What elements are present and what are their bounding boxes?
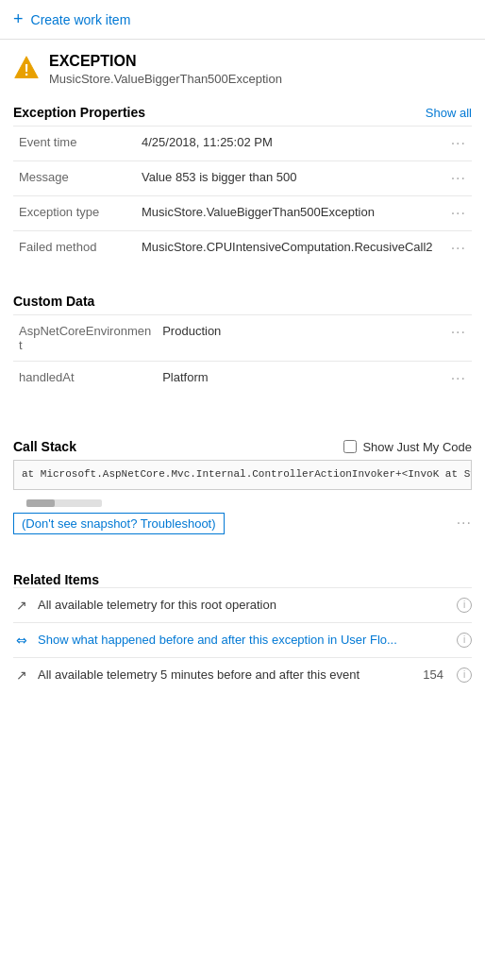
custom-data-table: AspNetCoreEnvironment Production ··· han…	[13, 314, 472, 396]
custom-data-title: Custom Data	[13, 294, 94, 309]
prop-value: MusicStore.ValueBiggerThan500Exception	[136, 196, 445, 231]
related-item[interactable]: ↗ All available telemetry for this root …	[13, 587, 472, 622]
exception-subtitle: MusicStore.ValueBiggerThan500Exception	[49, 72, 282, 86]
info-icon: i	[457, 633, 472, 648]
exception-properties-table: Event time 4/25/2018, 11:25:02 PM ··· Me…	[13, 126, 472, 265]
related-item-text: All available telemetry for this root op…	[38, 598, 449, 612]
show-just-my-code-toggle[interactable]: Show Just My Code	[343, 440, 472, 454]
prop-value: Production	[157, 315, 444, 362]
related-items-section: Related Items ↗ All available telemetry …	[0, 559, 485, 692]
show-all-link[interactable]: Show all	[426, 106, 472, 120]
exception-header: ! EXCEPTION MusicStore.ValueBiggerThan50…	[0, 40, 485, 95]
call-stack-section: Call Stack Show Just My Code at Microsof…	[0, 430, 485, 509]
info-icon: i	[457, 667, 472, 683]
related-item[interactable]: ↗ All available telemetry 5 minutes befo…	[13, 657, 472, 692]
scrollbar-hint	[13, 498, 472, 509]
show-just-my-code-label: Show Just My Code	[362, 440, 472, 454]
exception-title: EXCEPTION	[49, 53, 282, 70]
show-just-my-code-checkbox[interactable]	[343, 440, 357, 453]
call-stack-box[interactable]: at Microsoft.AspNetCore.Mvc.Internal.Con…	[13, 460, 472, 490]
prop-menu-button[interactable]: ···	[445, 196, 472, 231]
exception-info: EXCEPTION MusicStore.ValueBiggerThan500E…	[49, 53, 282, 86]
table-row: Message Value 853 is bigger than 500 ···	[13, 161, 472, 196]
svg-text:!: !	[24, 62, 28, 78]
prop-menu-button[interactable]: ···	[445, 315, 472, 362]
call-stack-header: Call Stack Show Just My Code	[13, 439, 472, 454]
related-item-text: All available telemetry 5 minutes before…	[38, 667, 415, 682]
related-item-icon: ↗	[13, 598, 30, 613]
prop-menu-button[interactable]: ···	[445, 161, 472, 196]
troubleshoot-row: (Don't see snapshot? Troubleshoot) ···	[0, 509, 485, 544]
related-item-count: 154	[423, 667, 443, 682]
prop-value: Platform	[157, 362, 444, 397]
custom-data-section: Custom Data AspNetCoreEnvironment Produc…	[0, 284, 485, 396]
call-stack-title: Call Stack	[13, 439, 76, 454]
prop-name: Exception type	[13, 196, 136, 231]
prop-value: Value 853 is bigger than 500	[136, 161, 445, 196]
prop-menu-button[interactable]: ···	[445, 127, 472, 161]
related-item-icon: ⇔	[13, 633, 30, 648]
info-icon: i	[457, 598, 472, 613]
troubleshoot-link[interactable]: (Don't see snapshot? Troubleshoot)	[13, 513, 225, 534]
prop-name: Failed method	[13, 231, 136, 266]
related-items-title: Related Items	[13, 572, 99, 587]
prop-menu-button[interactable]: ···	[445, 231, 472, 266]
scroll-track	[26, 499, 102, 507]
table-row: Exception type MusicStore.ValueBiggerTha…	[13, 196, 472, 231]
create-work-item-button[interactable]: Create work item	[31, 12, 131, 27]
prop-name: handledAt	[13, 362, 157, 397]
top-bar: + Create work item	[0, 0, 485, 40]
prop-value: MusicStore.CPUIntensiveComputation.Recus…	[136, 231, 445, 266]
exception-properties-section: Exception Properties Show all Event time…	[0, 95, 485, 265]
table-row: handledAt Platform ···	[13, 362, 472, 397]
prop-name: Event time	[13, 127, 136, 161]
plus-icon: +	[13, 9, 24, 29]
scroll-thumb	[26, 499, 55, 507]
table-row: Event time 4/25/2018, 11:25:02 PM ···	[13, 127, 472, 161]
warning-icon: !	[13, 55, 40, 81]
exception-properties-title: Exception Properties	[13, 105, 145, 120]
troubleshoot-menu[interactable]: ···	[449, 515, 472, 532]
prop-name: AspNetCoreEnvironment	[13, 315, 157, 362]
related-item-icon: ↗	[13, 667, 30, 683]
prop-menu-button[interactable]: ···	[445, 362, 472, 397]
related-item[interactable]: ⇔ Show what happened before and after th…	[13, 622, 472, 657]
table-row: AspNetCoreEnvironment Production ···	[13, 315, 472, 362]
prop-value: 4/25/2018, 11:25:02 PM	[136, 127, 445, 161]
table-row: Failed method MusicStore.CPUIntensiveCom…	[13, 231, 472, 266]
related-item-text: Show what happened before and after this…	[38, 633, 449, 647]
prop-name: Message	[13, 161, 136, 196]
